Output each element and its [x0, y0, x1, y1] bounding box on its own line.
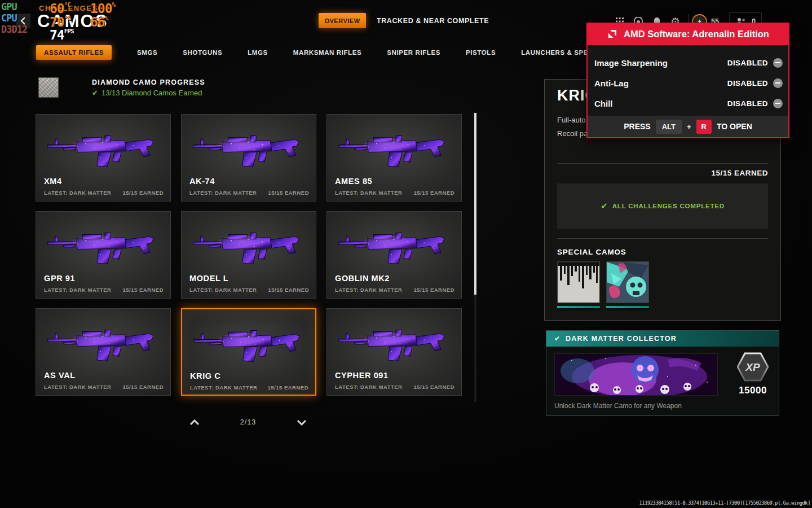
weapon-name: XM4 [44, 177, 62, 186]
amd-setting-value: DISABLED [727, 79, 768, 87]
debug-build-string: 111923384158[51-0.3374]10613+11-[7300][1… [639, 500, 811, 506]
to-open-label: TO OPEN [717, 122, 752, 131]
weapon-earned: 15/15 EARNED [122, 384, 164, 390]
weapon-card-gpr91[interactable]: GPR 91 LATEST: DARK MATTER15/15 EARNED [36, 211, 171, 299]
weapon-earned: 15/15 EARNED [268, 190, 309, 196]
weapon-latest-camo: LATEST: DARK MATTER [44, 190, 111, 196]
all-challenges-completed-box: ✔ ALL CHALLENGES COMPLETED [557, 183, 768, 229]
weapon-card-ames85[interactable]: AMES 85 LATEST: DARK MATTER15/15 EARNED [326, 114, 462, 202]
amd-setting-row: Image Sharpening DISABLED [594, 52, 783, 73]
weapon-class-tabs: ASSAULT RIFLES SMGS SHOTGUNS LMGS MARKSM… [36, 44, 659, 60]
tab-shotguns[interactable]: SHOTGUNS [183, 49, 222, 56]
weapon-earned: 15/15 EARNED [122, 190, 164, 196]
amd-hotkey-hint: PRESS ALT + R TO OPEN [588, 116, 788, 137]
page-down-button[interactable] [293, 416, 310, 428]
dark-matter-banner-image [554, 353, 718, 396]
tab-lmgs[interactable]: LMGS [248, 49, 268, 56]
amd-overlay-header: AMD Software: Adrenalin Edition [586, 23, 789, 45]
api-label: D3D12 [1, 24, 27, 35]
grid-scrollbar-thumb[interactable] [474, 113, 476, 295]
weapon-earned: 15/15 EARNED [413, 384, 454, 390]
weapon-card-xm4[interactable]: XM4 LATEST: DARK MATTER15/15 EARNED [36, 114, 171, 202]
collector-header: ✔ DARK MATTER COLLECTOR [546, 331, 779, 347]
weapon-latest-camo: LATEST: DARK MATTER [335, 190, 402, 196]
gpu-load: 100% [90, 1, 115, 16]
collector-title: DARK MATTER COLLECTOR [566, 335, 677, 343]
minus-toggle-icon[interactable] [773, 99, 783, 108]
amd-setting-label: Chill [594, 99, 727, 108]
overview-button[interactable]: OVERVIEW [319, 13, 366, 28]
cpu-label: CPU [1, 12, 17, 24]
weapon-latest-camo: LATEST: DARK MATTER [335, 287, 402, 293]
divider [557, 238, 768, 239]
amd-setting-row: Chill DISABLED [594, 93, 783, 113]
camo-progress-bar [557, 306, 600, 308]
detail-earned-count: 15/15 EARNED [711, 169, 768, 177]
camo-progress-bar [606, 306, 649, 308]
special-camo-skull-thumbnail[interactable] [606, 261, 649, 303]
weapon-earned: 15/15 EARNED [268, 287, 309, 293]
diamond-camo-thumbnail[interactable] [38, 77, 59, 98]
minus-toggle-icon[interactable] [773, 78, 783, 88]
amd-setting-label: Image Sharpening [594, 58, 727, 68]
divider [557, 163, 768, 164]
page-up-button[interactable] [186, 416, 203, 428]
weapon-card-ak74[interactable]: AK-74 LATEST: DARK MATTER15/15 EARNED [181, 114, 316, 202]
check-icon: ✔ [601, 201, 608, 211]
weapon-card-krigc-selected[interactable]: KRIG C LATEST: DARK MATTER15/15 EARNED [181, 308, 316, 396]
cpu-load: 66% [90, 15, 108, 29]
xp-reward-value: 15000 [726, 385, 780, 396]
r-key-badge: R [696, 120, 712, 134]
svg-text:XP: XP [745, 361, 760, 373]
tab-marksman-rifles[interactable]: MARKSMAN RIFLES [293, 49, 361, 56]
fps-value: 74FPS [50, 28, 74, 42]
tab-sniper-rifles[interactable]: SNIPER RIFLES [387, 49, 440, 56]
weapon-card-asval[interactable]: AS VAL LATEST: DARK MATTER15/15 EARNED [36, 308, 171, 396]
amd-setting-row: Anti-Lag DISABLED [594, 73, 783, 93]
tab-pistols[interactable]: PISTOLS [466, 49, 496, 56]
weapon-latest-camo: LATEST: DARK MATTER [335, 384, 402, 390]
weapon-card-cypher091[interactable]: CYPHER 091 LATEST: DARK MATTER15/15 EARN… [326, 308, 462, 396]
special-camos-title: SPECIAL CAMOS [557, 248, 626, 256]
special-camo-drip-thumbnail[interactable] [557, 261, 600, 303]
amd-setting-value: DISABLED [727, 59, 768, 67]
check-icon: ✔ [554, 335, 560, 343]
detail-desc-line2: Recoil pa [557, 129, 588, 138]
camos-screen: GPU CPU D3D12 60°C 70°C 74FPS 100% 66% C… [0, 0, 812, 508]
minus-toggle-icon[interactable] [773, 58, 783, 68]
rifle-dark-matter-image [46, 317, 162, 369]
weapon-card-modell[interactable]: MODEL L LATEST: DARK MATTER15/15 EARNED [181, 211, 316, 299]
plus-sign: + [687, 122, 691, 131]
grid-scrollbar-track[interactable] [474, 113, 476, 402]
tab-smgs[interactable]: SMGS [137, 49, 157, 56]
rifle-dark-matter-image [46, 122, 162, 174]
grid-pagination: 2/13 [186, 415, 310, 429]
weapon-name: AS VAL [44, 371, 76, 380]
weapon-latest-camo: LATEST: DARK MATTER [44, 384, 111, 390]
weapon-name: GOBLIN MK2 [335, 274, 390, 283]
rifle-dark-matter-image [192, 317, 308, 369]
diamond-progress-status: ✔13/13 Diamond Camos Earned [92, 89, 202, 97]
collector-description: Unlock Dark Matter Camo for any Weapon [554, 402, 682, 410]
rifle-dark-matter-image [46, 220, 162, 271]
weapon-name: AMES 85 [335, 177, 372, 186]
weapon-name: CYPHER 091 [335, 371, 389, 380]
press-label: PRESS [624, 122, 650, 131]
dark-matter-collector-card[interactable]: ✔ DARK MATTER COLLECTOR [546, 330, 779, 416]
amd-overlay-title: AMD Software: Adrenalin Edition [624, 29, 769, 40]
weapon-name: AK-74 [189, 177, 215, 186]
tab-assault-rifles[interactable]: ASSAULT RIFLES [36, 45, 112, 60]
gpu-label: GPU [1, 1, 17, 12]
weapon-name: MODEL L [189, 274, 228, 283]
weapon-latest-camo: LATEST: DARK MATTER [189, 190, 257, 196]
weapon-card-goblinmk2[interactable]: GOBLIN MK2 LATEST: DARK MATTER15/15 EARN… [326, 211, 462, 299]
rifle-dark-matter-image [191, 122, 307, 174]
rifle-dark-matter-image [337, 220, 453, 271]
rifle-dark-matter-image [337, 317, 453, 369]
weapon-earned: 15/15 EARNED [267, 384, 308, 391]
amd-setting-label: Anti-Lag [594, 78, 727, 88]
detail-desc-line1: Full-auto [557, 116, 586, 124]
rifle-dark-matter-image [337, 122, 453, 174]
completed-label: ALL CHALLENGES COMPLETED [612, 203, 725, 209]
weapon-name: GPR 91 [44, 274, 75, 283]
